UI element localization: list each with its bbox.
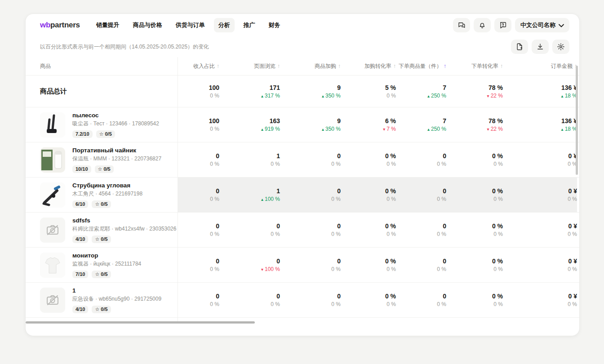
metric-cell-7: 0 ¥0 % xyxy=(503,248,577,282)
nav-item-1[interactable]: 销量提升 xyxy=(92,18,124,32)
metric-value: 0 % xyxy=(492,152,503,160)
tshirt-product-image xyxy=(40,253,65,278)
metric-delta: 0 % xyxy=(386,196,396,202)
table-header-row: 商品 收入占比↑页面浏览↑商品加购↑加购转化率↑下单商品量（件）↑下单转化率↑订… xyxy=(26,57,579,75)
metric-cell-7: 136 ¥▴18 % xyxy=(503,75,577,107)
top-right-actions: 中文公司名称 xyxy=(453,18,569,32)
product-title[interactable]: пылесос xyxy=(72,112,159,119)
star-icon: ☆ xyxy=(99,131,104,137)
metric-value: 0 ¥ xyxy=(568,187,577,195)
metric-cell-6: 78 %▾22 % xyxy=(446,107,503,142)
trend-up-icon: ▴ xyxy=(427,93,430,98)
metric-cell-3: 00 % xyxy=(280,142,341,177)
product-subtitle: 监视器 · йцкйцк · 252111784 xyxy=(72,260,141,268)
metric-cell-4: 0 %0 % xyxy=(341,178,396,212)
metric-cell-1: 1000 % xyxy=(178,107,219,142)
metric-cell-6: 0 %0 % xyxy=(446,213,503,247)
table-row[interactable]: 1应急设备 · wb65nu5g90 · 2917250094/10☆0/500… xyxy=(26,283,579,318)
metric-value: 0 xyxy=(337,222,341,230)
nav-item-3[interactable]: 供货与订单 xyxy=(171,18,209,32)
metric-delta: 0 % xyxy=(331,301,341,307)
metric-cell-7: 0 ¥0 % xyxy=(503,213,577,247)
horizontal-scrollbar[interactable] xyxy=(26,321,255,324)
nav-item-2[interactable]: 商品与价格 xyxy=(129,18,167,32)
create-report-button[interactable] xyxy=(511,40,528,54)
nav-item-5[interactable]: 推广 xyxy=(239,18,260,32)
column-header-5[interactable]: 下单商品量（件）↑ xyxy=(396,57,446,75)
metric-delta: 0 % xyxy=(437,196,446,202)
nav-item-4[interactable]: 分析 xyxy=(214,18,235,32)
product-info: Портативный чайник保温瓶 · МММ · 123321 · 2… xyxy=(72,147,161,173)
product-info: монитор监视器 · йцкйцк · 2521117847/10☆0/5 xyxy=(72,252,141,278)
column-label: 商品加购 xyxy=(315,62,336,70)
metric-value: 78 % xyxy=(489,84,503,91)
metric-delta: 0 % xyxy=(386,231,396,237)
column-header-6[interactable]: 下单转化率↑ xyxy=(446,57,503,75)
column-header-1[interactable]: 收入占比↑ xyxy=(178,57,219,75)
wbpartners-logo[interactable]: wbpartners xyxy=(40,21,80,30)
product-title[interactable]: монитор xyxy=(72,252,141,259)
metric-cell-5: 7▴250 % xyxy=(396,75,446,107)
column-label: 收入占比 xyxy=(193,62,215,70)
metric-delta: 0 % xyxy=(493,301,503,307)
metric-cell-1: 00 % xyxy=(178,178,219,212)
content-score-badge: 7.2/10 xyxy=(72,130,93,138)
metric-cell-6: 0 %0 % xyxy=(446,178,503,212)
metric-value: 0 % xyxy=(385,187,396,195)
metric-delta: 0 % xyxy=(386,301,396,307)
partners-dashboard-window: wbpartners 销量提升商品与价格供货与订单分析推广财务 中文公司名称 xyxy=(25,13,580,336)
metric-value: 7 xyxy=(443,117,446,124)
company-account-dropdown[interactable]: 中文公司名称 xyxy=(515,18,569,32)
product-subtitle: 科姆比涅索尼耶 · wb412xs4fw · 230353026 xyxy=(72,225,172,233)
metric-cell-2: 0▾100 % xyxy=(219,248,280,282)
metric-delta: ▴18 % xyxy=(561,93,577,99)
column-header-3[interactable]: 商品加购↑ xyxy=(280,57,341,75)
product-title[interactable]: sdfsfs xyxy=(72,217,172,224)
metric-delta: ▴350 % xyxy=(322,126,341,132)
column-header-product[interactable]: 商品 xyxy=(26,57,178,75)
settings-button[interactable] xyxy=(552,40,569,54)
rating-badge: ☆0/5 xyxy=(92,235,111,243)
column-label: 页面浏览 xyxy=(254,62,275,70)
help-button[interactable] xyxy=(494,18,511,32)
metric-delta: 0 % xyxy=(386,266,396,272)
metric-value: 0 % xyxy=(492,222,503,230)
metric-cell-5: 00 % xyxy=(396,142,446,177)
column-header-7[interactable]: 订单金额↑ xyxy=(503,57,577,75)
metric-value: 0 xyxy=(276,257,280,265)
metric-cells: 00 %00 %00 %0 %0 %00 %0 %0 %0 ¥0 % xyxy=(178,213,577,247)
product-title[interactable]: 1 xyxy=(72,287,161,294)
metric-delta: 0 % xyxy=(331,266,341,272)
table-row[interactable]: sdfsfs科姆比涅索尼耶 · wb412xs4fw · 2303530264/… xyxy=(26,213,579,248)
chat-button[interactable] xyxy=(453,18,470,32)
table-row[interactable]: Портативный чайник保温瓶 · МММ · 123321 · 2… xyxy=(26,142,579,178)
product-badges: 7/10☆0/5 xyxy=(72,271,141,278)
metric-cell-2: 1▴100 % xyxy=(219,178,280,212)
metric-cell-1: 1000 % xyxy=(178,75,219,107)
column-label: 订单金额 xyxy=(551,62,573,70)
metric-delta: 0 % xyxy=(331,161,341,167)
column-header-2[interactable]: 页面浏览↑ xyxy=(219,57,280,75)
table-row[interactable]: монитор监视器 · йцкйцк · 2521117847/10☆0/50… xyxy=(26,248,579,283)
metric-cell-6: 78 %▾22 % xyxy=(446,75,503,107)
table-row[interactable]: Струбцина угловая木工角尺 · 4564 · 221697198… xyxy=(26,178,579,213)
product-cell: пылесос吸尘器 · Тест · 123466 · 1780895427.… xyxy=(26,107,178,142)
table-row-total[interactable]: 商品总计1000 %171▴317 %9▴350 %5 %0 %7▴250 %7… xyxy=(26,75,579,107)
metric-value: 0 % xyxy=(492,187,503,195)
vertical-scrollbar[interactable] xyxy=(576,66,578,175)
table-row[interactable]: пылесос吸尘器 · Тест · 123466 · 1780895427.… xyxy=(26,107,579,142)
notifications-button[interactable] xyxy=(474,18,491,32)
product-title[interactable]: Портативный чайник xyxy=(72,147,161,154)
metric-delta: 0 % xyxy=(210,93,219,99)
trend-up-icon: ▴ xyxy=(561,93,564,98)
column-header-4[interactable]: 加购转化率↑ xyxy=(341,57,396,75)
rating-badge: ☆0/5 xyxy=(92,271,111,278)
download-button[interactable] xyxy=(532,40,549,54)
product-title[interactable]: Струбцина угловая xyxy=(72,182,142,189)
metric-value: 9 xyxy=(337,117,341,124)
metric-value: 0 xyxy=(216,222,219,230)
metric-cell-2: 10 % xyxy=(219,142,280,177)
metric-value: 0 xyxy=(443,187,446,195)
metric-value: 0 ¥ xyxy=(568,222,577,230)
nav-item-6[interactable]: 财务 xyxy=(264,18,285,32)
